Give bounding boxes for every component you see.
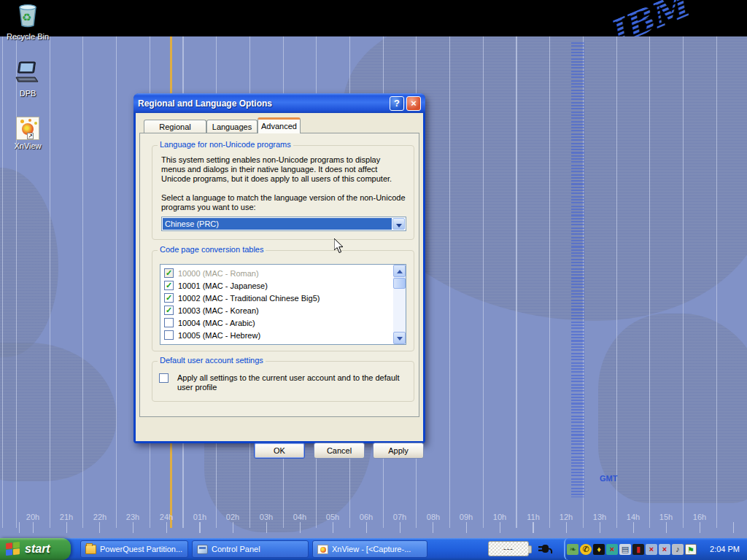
wireless-off-icon[interactable] xyxy=(659,544,670,555)
icon-label: XnView xyxy=(0,141,55,150)
combobox-dropdown-button[interactable] xyxy=(392,218,405,230)
group-title: Language for non-Unicode programs xyxy=(158,140,293,149)
group-title: Default user account settings xyxy=(158,356,266,365)
list-item[interactable]: 10004 (MAC - Arabic) xyxy=(160,316,395,329)
desktop-icon-xnview[interactable]: ↗ XnView xyxy=(0,117,55,150)
network-disconnected-icon[interactable] xyxy=(646,544,657,555)
apply-button[interactable]: Apply xyxy=(373,443,424,459)
tz-label: 01h xyxy=(183,513,217,521)
tz-label: 16h xyxy=(683,513,716,521)
tz-label: 24h xyxy=(150,513,183,521)
list-item[interactable]: ✓ 10001 (MAC - Japanese) xyxy=(160,279,395,292)
timezone-scale: 20h 21h 22h 23h 24h 01h 02h 03h 04h 05h … xyxy=(0,513,747,523)
tab-advanced[interactable]: Advanced xyxy=(258,117,301,133)
icon-label: Recycle Bin xyxy=(0,32,55,41)
control-panel-icon xyxy=(197,545,208,554)
power-plug-icon xyxy=(537,542,553,555)
dialog-body: Regional Options Languages Advanced Lang… xyxy=(136,113,423,441)
tab-languages[interactable]: Languages xyxy=(206,120,258,133)
folder-icon xyxy=(85,545,96,554)
non-unicode-description: This system setting enables non-Unicode … xyxy=(161,155,406,184)
apply-all-settings-label: Apply all settings to the current user a… xyxy=(177,373,409,392)
network-computers-icon[interactable] xyxy=(619,544,631,555)
checkbox-unchecked[interactable] xyxy=(164,330,174,340)
shortcut-arrow-icon: ↗ xyxy=(27,133,34,139)
list-item[interactable]: 10005 (MAC - Hebrew) xyxy=(160,329,395,341)
graphics-utility-icon[interactable] xyxy=(632,544,644,555)
checkbox-checked[interactable]: ✓ xyxy=(164,306,174,315)
scroll-up-button[interactable] xyxy=(393,265,406,277)
taskbar-clock[interactable]: 2:04 PM xyxy=(701,545,747,553)
tz-label: 07h xyxy=(383,513,417,521)
users-offline-icon[interactable] xyxy=(606,544,618,555)
tab-regional-options[interactable]: Regional Options xyxy=(144,120,206,133)
taskbar-item-xnview[interactable]: XnView - [<Capture-... xyxy=(312,540,427,558)
list-item-label: 10000 (MAC - Roman) xyxy=(178,269,259,278)
list-item-label: 10004 (MAC - Arabic) xyxy=(178,319,255,327)
taskbar-item-control-panel[interactable]: Control Panel xyxy=(192,540,309,558)
tz-label: 11h xyxy=(516,513,550,521)
start-button[interactable]: start xyxy=(0,538,71,560)
checkbox-checked-disabled[interactable]: ✓ xyxy=(164,268,174,278)
tz-label: 21h xyxy=(50,513,83,521)
group-title: Code page conversion tables xyxy=(158,245,266,254)
checkbox-checked[interactable]: ✓ xyxy=(164,281,174,290)
display-adapter-icon[interactable] xyxy=(567,544,578,555)
list-item[interactable]: ✓ 10000 (MAC - Roman) xyxy=(160,267,395,279)
recycle-bin-icon: ♻ xyxy=(15,3,40,28)
desktop-icon-dpb[interactable]: DPB xyxy=(0,60,55,98)
group-non-unicode: Language for non-Unicode programs This s… xyxy=(152,145,414,240)
volume-icon[interactable] xyxy=(672,544,684,555)
mouse-cursor xyxy=(334,238,344,254)
timezone-ticks xyxy=(0,522,747,533)
close-button[interactable]: × xyxy=(406,96,421,111)
list-item[interactable]: ✓ 10002 (MAC - Traditional Chinese Big5) xyxy=(160,292,395,304)
triangle-up-icon xyxy=(397,270,403,273)
code-page-list[interactable]: ✓ 10000 (MAC - Roman) ✓ 10001 (MAC - Jap… xyxy=(160,264,406,345)
security-alert-icon[interactable] xyxy=(593,544,605,555)
list-item[interactable]: ✓ 10003 (MAC - Korean) xyxy=(160,304,395,316)
triangle-down-icon xyxy=(397,337,403,341)
scheduler-flag-icon[interactable] xyxy=(685,544,697,555)
laptop-icon xyxy=(13,60,42,85)
list-item-label: 10002 (MAC - Traditional Chinese Big5) xyxy=(178,294,320,303)
tz-label: 04h xyxy=(283,513,317,521)
tz-label: 08h xyxy=(417,513,450,521)
task-label: XnView - [<Capture-... xyxy=(332,545,411,553)
system-tray: 2:04 PM xyxy=(564,538,747,560)
tz-label: 23h xyxy=(116,513,150,521)
taskbar-item-powerquest[interactable]: PowerQuest Partition... xyxy=(80,540,188,558)
list-scrollbar[interactable] xyxy=(393,265,406,344)
cancel-button[interactable]: Cancel xyxy=(314,443,365,459)
task-label: Control Panel xyxy=(212,545,260,553)
tz-label: 05h xyxy=(316,513,349,521)
tz-label: 15h xyxy=(649,513,683,521)
checkbox-unchecked[interactable] xyxy=(159,373,169,383)
taskbar: start PowerQuest Partition... Control Pa… xyxy=(0,538,747,560)
tz-label: 06h xyxy=(349,513,383,521)
language-combobox[interactable]: Chinese (PRC) xyxy=(161,217,406,231)
list-item-label: 10003 (MAC - Korean) xyxy=(178,306,259,315)
regional-language-options-dialog: Regional and Language Options ? × Region… xyxy=(133,93,425,443)
tz-label: 02h xyxy=(216,513,249,521)
dialog-titlebar[interactable]: Regional and Language Options ? × xyxy=(133,93,425,113)
scroll-down-button[interactable] xyxy=(393,332,406,344)
tz-label: 22h xyxy=(83,513,117,521)
desktop-icon-recycle-bin[interactable]: ♻ Recycle Bin xyxy=(0,3,55,41)
tz-label: 13h xyxy=(583,513,616,521)
checkbox-checked[interactable]: ✓ xyxy=(164,293,174,303)
list-item-label: 10005 (MAC - Hebrew) xyxy=(178,331,260,340)
top-black-banner: IBM xyxy=(0,0,747,36)
xnview-icon: ↗ xyxy=(16,117,39,140)
help-button[interactable]: ? xyxy=(390,96,404,111)
xnview-icon xyxy=(317,545,328,554)
icon-label: DPB xyxy=(0,89,55,98)
ok-button[interactable]: OK xyxy=(254,443,305,459)
tz-label: 20h xyxy=(16,513,50,521)
scrollbar-thumb[interactable] xyxy=(393,278,406,289)
phone-tool-icon[interactable] xyxy=(580,544,592,555)
tz-label: 09h xyxy=(449,513,483,521)
chevron-down-icon xyxy=(396,224,402,228)
checkbox-unchecked[interactable] xyxy=(164,318,174,327)
battery-meter[interactable]: --- xyxy=(488,541,529,556)
